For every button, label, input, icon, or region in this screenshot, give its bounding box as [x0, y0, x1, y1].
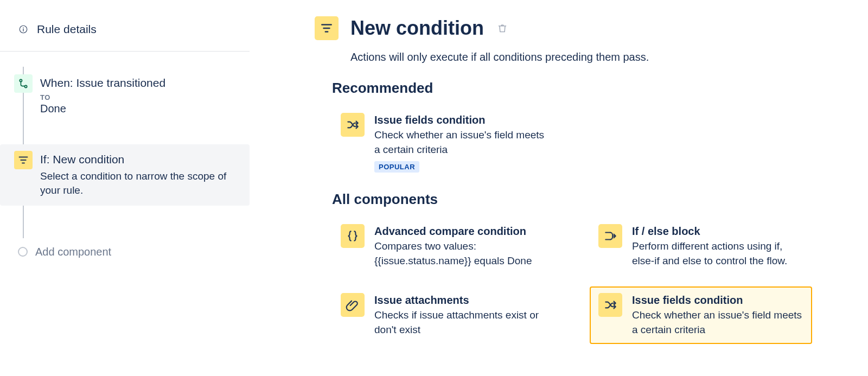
page-title: New condition — [350, 17, 484, 40]
add-component-row[interactable]: Add component — [0, 238, 250, 266]
component-card[interactable]: Advanced compare conditionCompares two v… — [332, 218, 554, 275]
main-panel: New condition Actions will only execute … — [250, 0, 868, 376]
add-component-dot-icon — [18, 247, 28, 257]
all-components-heading: All components — [332, 191, 835, 208]
component-card[interactable]: If / else blockPerform different actions… — [590, 218, 812, 275]
main-header: New condition — [315, 16, 835, 40]
component-card-title: Issue fields condition — [374, 113, 546, 127]
delete-icon[interactable] — [497, 23, 508, 34]
add-component-label: Add component — [35, 246, 111, 258]
condition-step-title: If: New condition — [40, 152, 239, 167]
component-card-desc: Perform different actions using if, else… — [632, 239, 803, 268]
component-card-title: Issue attachments — [374, 293, 546, 307]
shuffle-icon — [598, 293, 622, 317]
all-components-section: All components Advanced compare conditio… — [332, 191, 835, 343]
chain-connector-line — [23, 206, 24, 238]
component-card-title: Advanced compare condition — [374, 224, 546, 238]
braces-icon — [341, 224, 365, 248]
component-card-desc: Check whether an issue's field meets a c… — [374, 128, 546, 157]
filter-icon — [320, 21, 334, 35]
rule-sidebar: Rule details When: Issue transitioned TO… — [0, 0, 250, 376]
trigger-title: When: Issue transitioned — [40, 75, 239, 90]
component-card-title: Issue fields condition — [632, 293, 803, 307]
component-card-desc: Compares two values: {{issue.status.name… — [374, 239, 546, 268]
rule-details-label: Rule details — [37, 23, 97, 36]
branch-icon — [598, 224, 622, 248]
trigger-step[interactable]: When: Issue transitioned TO Done — [0, 68, 250, 123]
rule-chain: When: Issue transitioned TO Done If: New… — [0, 52, 250, 266]
condition-step-icon — [14, 151, 33, 169]
recommended-heading: Recommended — [332, 80, 835, 97]
trigger-meta-label: TO — [40, 93, 239, 101]
recommended-section: Recommended Issue fields conditionCheck … — [332, 80, 835, 179]
info-icon — [18, 24, 28, 34]
component-card[interactable]: Issue attachmentsChecks if issue attachm… — [332, 286, 554, 343]
component-card-desc: Check whether an issue's field meets a c… — [632, 308, 803, 337]
component-card-desc: Checks if issue attachments exist or don… — [374, 308, 546, 337]
page-subtitle: Actions will only execute if all conditi… — [350, 51, 835, 63]
trigger-icon — [14, 74, 33, 93]
rule-details-row[interactable]: Rule details — [0, 16, 250, 52]
popular-badge: POPULAR — [374, 161, 419, 173]
filter-icon — [17, 154, 29, 166]
condition-step-desc: Select a condition to narrow the scope o… — [40, 169, 239, 198]
component-card[interactable]: Issue fields conditionCheck whether an i… — [332, 106, 554, 179]
condition-step-active[interactable]: If: New condition Select a condition to … — [0, 144, 250, 205]
attachment-icon — [341, 293, 365, 317]
condition-header-icon — [315, 16, 339, 40]
component-card[interactable]: Issue fields conditionCheck whether an i… — [590, 286, 812, 343]
component-card-title: If / else block — [632, 224, 803, 238]
shuffle-icon — [341, 113, 365, 137]
trigger-meta-value: Done — [40, 103, 239, 115]
